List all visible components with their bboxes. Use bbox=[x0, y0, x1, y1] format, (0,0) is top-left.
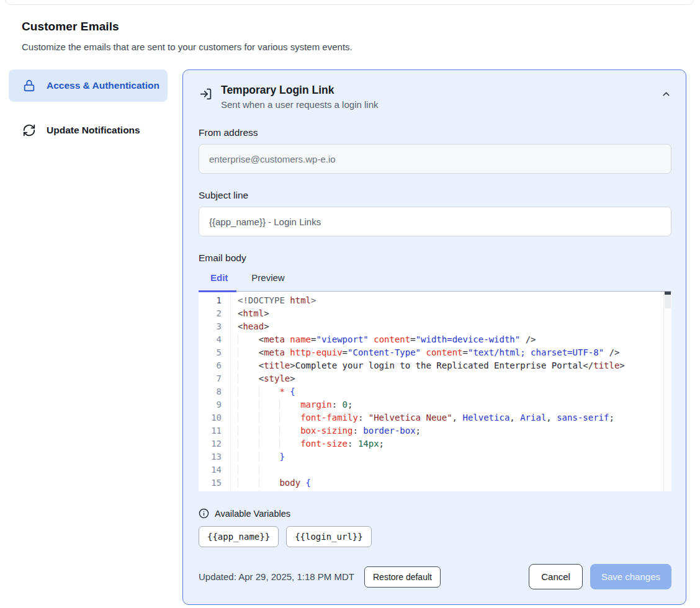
code-line: background-color: #f6f6f6; bbox=[238, 490, 661, 491]
info-icon bbox=[199, 508, 209, 519]
code-line: font-family: "Helvetica Neue", Helvetica… bbox=[238, 411, 661, 424]
code-line: <meta http-equiv="Content-Type" content=… bbox=[238, 346, 661, 359]
editor-tabs: Edit Preview bbox=[199, 272, 671, 283]
lock-icon bbox=[22, 79, 36, 92]
code-line: } bbox=[238, 450, 661, 463]
code-line bbox=[238, 463, 661, 476]
updated-timestamp: Updated: Apr 29, 2025, 1:18 PM MDT bbox=[199, 571, 354, 582]
card-title: Temporary Login Link bbox=[221, 84, 378, 97]
code-line: body { bbox=[238, 476, 661, 490]
editor-scrollbar[interactable] bbox=[663, 292, 671, 491]
save-changes-button[interactable]: Save changes bbox=[590, 564, 671, 589]
page-title: Customer Emails bbox=[22, 20, 678, 34]
scrollbar-thumb-shadow bbox=[665, 295, 671, 308]
from-address-label: From address bbox=[199, 127, 671, 138]
previous-card-bottom-edge bbox=[5, 0, 694, 5]
code-line: <meta name="viewport" content="width=dev… bbox=[238, 333, 661, 346]
code-editor[interactable]: 12345678910111213141516 <!DOCTYPE html><… bbox=[199, 292, 671, 491]
email-body-label: Email body bbox=[199, 253, 671, 264]
available-variables-label: Available Variables bbox=[215, 509, 290, 519]
code-line: <!DOCTYPE html> bbox=[238, 294, 661, 307]
sidebar-item-update-notifications[interactable]: Update Notifications bbox=[9, 114, 168, 146]
variable-chip-app-name[interactable]: {{app_name}} bbox=[199, 526, 279, 547]
line-number-gutter: 12345678910111213141516 bbox=[199, 292, 231, 491]
restore-default-button[interactable]: Restore default bbox=[364, 566, 441, 588]
code-line: <title>Complete your login to the Replic… bbox=[238, 359, 661, 372]
card-subtitle: Sent when a user requests a login link bbox=[221, 99, 378, 110]
tab-edit[interactable]: Edit bbox=[210, 272, 228, 283]
code-line: <style> bbox=[238, 372, 661, 385]
code-line: box-sizing: border-box; bbox=[238, 424, 661, 437]
variable-chip-login-url[interactable]: {{login_url}} bbox=[286, 526, 372, 547]
temporary-login-link-card: Temporary Login Link Sent when a user re… bbox=[182, 69, 686, 605]
code-line: * { bbox=[238, 385, 661, 398]
sidebar-item-label: Update Notifications bbox=[47, 123, 140, 138]
code-content[interactable]: <!DOCTYPE html><html><head> <meta name="… bbox=[231, 292, 663, 491]
subject-line-input[interactable] bbox=[199, 207, 671, 236]
sidebar: Access & Authentication Update Notificat… bbox=[9, 69, 168, 146]
page-subtitle: Customize the emails that are sent to yo… bbox=[22, 42, 678, 52]
chevron-up-icon bbox=[661, 89, 671, 99]
collapse-button[interactable] bbox=[661, 89, 671, 99]
subject-line-label: Subject line bbox=[199, 190, 671, 201]
code-line: <html> bbox=[238, 307, 661, 320]
variable-chips: {{app_name}} {{login_url}} bbox=[199, 526, 671, 547]
sidebar-item-label: Access & Authentication bbox=[47, 78, 159, 93]
from-address-input[interactable] bbox=[199, 144, 671, 174]
cancel-button[interactable]: Cancel bbox=[529, 564, 583, 589]
tab-preview[interactable]: Preview bbox=[251, 272, 284, 283]
sidebar-item-access-authentication[interactable]: Access & Authentication bbox=[9, 69, 168, 102]
refresh-icon bbox=[22, 123, 36, 137]
log-in-icon bbox=[199, 87, 212, 101]
code-line: font-size: 14px; bbox=[238, 437, 661, 450]
code-line: <head> bbox=[238, 320, 661, 333]
page-header: Customer Emails Customize the emails tha… bbox=[22, 20, 678, 52]
active-tab-indicator bbox=[199, 290, 236, 292]
code-line: margin: 0; bbox=[238, 398, 661, 411]
